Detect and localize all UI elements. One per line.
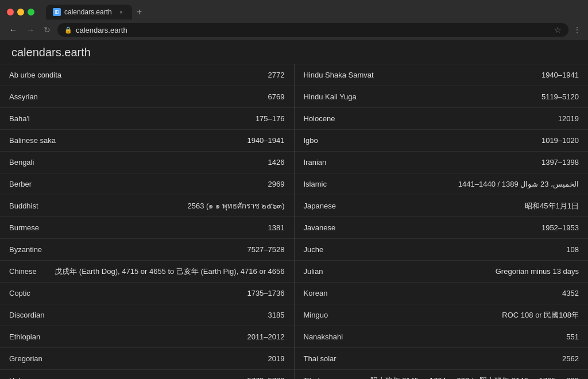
- page-title: calendars.earth: [11, 46, 577, 59]
- calendar-value: 2011–2012: [247, 332, 284, 341]
- table-row: Ab urbe condita2772: [0, 64, 294, 86]
- calendar-value: 1952–1953: [541, 223, 579, 232]
- calendar-value: Gregorian minus 13 days: [496, 267, 579, 276]
- calendar-name: Korean: [304, 289, 328, 297]
- calendar-value: 2772: [268, 71, 285, 79]
- calendar-value: 551: [566, 332, 579, 341]
- table-row: Korean4352: [295, 283, 589, 304]
- calendar-name: Chinese: [9, 267, 37, 276]
- calendar-name: Julian: [304, 267, 323, 276]
- table-row: Juche108: [295, 239, 589, 261]
- calendar-value: 戊戌年 (Earth Dog), 4715 or 4655 to 己亥年 (Ea…: [55, 266, 284, 277]
- table-row: Berber2969: [0, 173, 294, 195]
- table-row: Iranian1397–1398: [295, 152, 589, 173]
- table-row: Discordian3185: [0, 304, 294, 326]
- menu-button[interactable]: ⋮: [573, 25, 581, 34]
- calendar-name: Minguo: [304, 311, 328, 319]
- table-row: Bengali1426: [0, 152, 294, 173]
- calendar-value: 1381: [268, 223, 285, 232]
- calendar-name: Islamic: [304, 180, 327, 188]
- fullscreen-button[interactable]: [28, 9, 34, 16]
- calendar-value: 5119–5120: [541, 92, 579, 101]
- calendar-name: Thai solar: [304, 354, 336, 363]
- calendar-name: Bengali: [9, 158, 34, 167]
- address-bar[interactable]: 🔒 calendars.earth ☆: [57, 23, 568, 37]
- table-row: Coptic1735–1736: [0, 283, 294, 304]
- calendar-name: Byzantine: [9, 245, 42, 254]
- calendar-value: 2969: [268, 180, 285, 188]
- table-row: Hebrew5779–5780: [0, 370, 294, 379]
- calendar-name: Discordian: [9, 311, 44, 319]
- calendar-name: Balinese saka: [9, 136, 56, 145]
- left-column: Ab urbe condita2772Assyrian6769Baha'i175…: [0, 64, 295, 379]
- page-header: calendars.earth: [0, 40, 588, 64]
- table-row: Gregorian2019: [0, 348, 294, 370]
- calendar-value: 阳土狗年 2145 or 1764 or 992 to 阴土猪年 2146 or…: [370, 376, 579, 380]
- calendar-value: 2563 (๑ ๑ พุทธศักราช ๒๕๖๓): [187, 200, 284, 212]
- table-row: Nanakshahi551: [295, 326, 589, 348]
- calendar-name: Berber: [9, 180, 32, 188]
- forward-button[interactable]: →: [24, 24, 37, 36]
- table-row: Tibetan阳土狗年 2145 or 1764 or 992 to 阴土猪年 …: [295, 370, 589, 379]
- calendar-value: 昭和45年1月1日: [525, 201, 579, 211]
- calendar-name: Iranian: [304, 158, 327, 167]
- calendar-name: Tibetan: [304, 376, 328, 379]
- calendar-name: Juche: [304, 245, 324, 254]
- calendar-name: Ethiopian: [9, 332, 40, 341]
- tab-title: calendars.earth: [64, 8, 112, 16]
- url-text: calendars.earth: [76, 26, 551, 34]
- table-row: Balinese saka1940–1941: [0, 130, 294, 152]
- calendar-name: Baha'i: [9, 114, 30, 123]
- table-row: Hindu Kali Yuga5119–5120: [295, 86, 589, 108]
- calendar-value: 175–176: [256, 114, 285, 123]
- calendar-name: Assyrian: [9, 92, 38, 101]
- back-button[interactable]: ←: [7, 24, 20, 36]
- bookmark-icon[interactable]: ☆: [554, 25, 562, 34]
- table-row: Javanese1952–1953: [295, 217, 589, 239]
- calendar-value: 12019: [558, 114, 579, 123]
- table-row: Byzantine7527–7528: [0, 239, 294, 261]
- calendar-name: Burmese: [9, 223, 39, 232]
- browser-chrome: 🗓 calendars.earth × + ← → ↻ 🔒 calendars.…: [0, 0, 588, 40]
- calendar-value: 5779–5780: [247, 376, 284, 379]
- table-row: Japanese昭和45年1月1日: [295, 195, 589, 217]
- active-tab[interactable]: 🗓 calendars.earth ×: [46, 5, 132, 20]
- table-row: Thai solar2562: [295, 348, 589, 370]
- calendar-value: 1397–1398: [541, 158, 579, 167]
- table-row: Chinese戊戌年 (Earth Dog), 4715 or 4655 to …: [0, 261, 294, 283]
- calendar-value: 1426: [268, 158, 285, 167]
- calendar-value: 1735–1736: [247, 289, 284, 297]
- calendar-value: 3185: [268, 311, 285, 319]
- tab-bar: 🗓 calendars.earth × +: [46, 5, 581, 20]
- calendar-value: 4352: [562, 289, 579, 297]
- table-row: Ethiopian2011–2012: [0, 326, 294, 348]
- table-row: Assyrian6769: [0, 86, 294, 108]
- calendar-name: Buddhist: [9, 202, 38, 210]
- title-bar: 🗓 calendars.earth × +: [0, 0, 588, 20]
- table-row: Islamicالخميس، 23 شوال 1389 / 1440–1441: [295, 173, 589, 195]
- calendar-name: Nanakshahi: [304, 332, 343, 341]
- table-row: Holocene12019: [295, 108, 589, 130]
- calendar-name: Holocene: [304, 114, 335, 123]
- traffic-lights: [7, 9, 34, 16]
- refresh-button[interactable]: ↻: [41, 24, 53, 36]
- calendar-value: 1940–1941: [247, 136, 284, 145]
- calendar-value: 2019: [268, 354, 285, 363]
- right-column: Hindu Shaka Samvat1940–1941Hindu Kali Yu…: [295, 64, 589, 379]
- calendar-name: Javanese: [304, 223, 336, 232]
- calendar-value: ROC 108 or 民國108年: [502, 310, 579, 320]
- calendar-content: Ab urbe condita2772Assyrian6769Baha'i175…: [0, 64, 588, 379]
- nav-bar: ← → ↻ 🔒 calendars.earth ☆ ⋮: [0, 20, 588, 40]
- new-tab-button[interactable]: +: [132, 5, 146, 20]
- close-button[interactable]: [7, 9, 14, 16]
- calendar-name: Hindu Kali Yuga: [304, 92, 357, 101]
- table-row: Buddhist2563 (๑ ๑ พุทธศักราช ๒๕๖๓): [0, 195, 294, 217]
- table-row: Baha'i175–176: [0, 108, 294, 130]
- calendar-value: 2562: [562, 354, 579, 363]
- calendar-value: 108: [566, 245, 579, 254]
- minimize-button[interactable]: [17, 9, 24, 16]
- table-row: JulianGregorian minus 13 days: [295, 261, 589, 283]
- calendar-name: Ab urbe condita: [9, 71, 61, 79]
- calendar-value: 1019–1020: [541, 136, 579, 145]
- tab-close-button[interactable]: ×: [117, 8, 125, 16]
